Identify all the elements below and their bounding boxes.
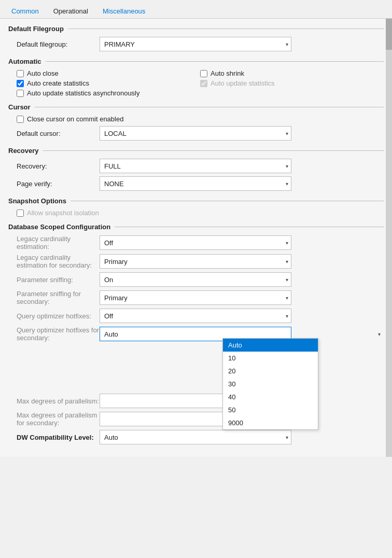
section-title-snapshot: Snapshot Options: [8, 197, 66, 205]
scrollbar-thumb[interactable]: [386, 19, 392, 50]
query-optimizer-select[interactable]: OffOnPrimary: [100, 309, 291, 323]
tab-operational[interactable]: Operational: [46, 4, 95, 18]
section-header-snapshot: Snapshot Options: [8, 197, 384, 205]
section-cursor: Cursor Close cursor on commit enabled De…: [8, 103, 384, 141]
allow-snapshot-checkbox[interactable]: [17, 210, 24, 217]
page-verify-select[interactable]: NONE CHECKSUM TORN_PAGE_DETECTION: [100, 176, 291, 191]
default-cursor-label: Default cursor:: [17, 130, 100, 137]
auto-update-stats-checkbox: [200, 80, 207, 87]
dropdown-item-30[interactable]: 30: [223, 378, 318, 390]
recovery-row: Recovery: FULL SIMPLE BULK_LOGGED ▾: [8, 159, 384, 173]
default-cursor-select[interactable]: LOCAL GLOBAL: [100, 126, 291, 141]
main-content: Default Filegroup Default filegroup: PRI…: [0, 19, 392, 457]
chevron-down-icon: ▾: [378, 331, 381, 337]
auto-update-stats-label: Auto update statistics: [211, 79, 275, 87]
default-filegroup-row: Default filegroup: PRIMARY ▾: [8, 37, 384, 51]
close-cursor-label: Close cursor on commit enabled: [27, 115, 123, 123]
section-divider: [115, 227, 384, 227]
legacy-cardinality-select-wrapper: OffOnPrimary ▾: [100, 235, 291, 250]
section-default-filegroup: Default Filegroup Default filegroup: PRI…: [8, 25, 384, 51]
auto-shrink-checkbox[interactable]: [200, 70, 207, 77]
default-filegroup-select-wrapper: PRIMARY ▾: [100, 37, 291, 51]
recovery-select-wrapper: FULL SIMPLE BULK_LOGGED ▾: [100, 159, 291, 173]
section-automatic: Automatic Auto close Auto shrink Auto cr…: [8, 58, 384, 97]
query-optimizer-label: Query optimizer hotfixes:: [17, 312, 100, 320]
section-title-cursor: Cursor: [8, 103, 31, 111]
checkbox-auto-shrink: Auto shrink: [200, 69, 384, 77]
recovery-label: Recovery:: [17, 162, 100, 170]
default-cursor-row: Default cursor: LOCAL GLOBAL ▾: [8, 126, 384, 141]
checkbox-auto-update-async-row: Auto update statistics asynchronously: [8, 89, 384, 97]
section-divider: [68, 29, 384, 29]
parameter-sniffing-row: Parameter sniffing: OnOffPrimary ▾: [8, 272, 384, 287]
legacy-cardinality-label: Legacy cardinality estimation:: [17, 235, 100, 250]
legacy-cardinality-secondary-select-wrapper: PrimaryOffOn ▾: [100, 254, 291, 269]
default-cursor-select-wrapper: LOCAL GLOBAL ▾: [100, 126, 291, 141]
section-snapshot-options: Snapshot Options Allow snapshot isolatio…: [8, 197, 384, 217]
query-optimizer-select-wrapper: OffOnPrimary ▾: [100, 309, 291, 323]
section-title-db-scoped: Database Scoped Configuration: [8, 223, 110, 231]
allow-snapshot-label: Allow snapshot isolation: [27, 209, 99, 217]
scrollbar[interactable]: [386, 19, 392, 457]
tab-miscellaneous[interactable]: Miscellaneous: [95, 4, 152, 18]
checkbox-auto-update-stats: Auto update statistics: [200, 79, 384, 87]
tab-bar: Common Operational Miscellaneous: [0, 0, 392, 19]
query-optimizer-row: Query optimizer hotfixes: OffOnPrimary ▾: [8, 309, 384, 323]
page-verify-label: Page verify:: [17, 180, 100, 188]
max-dop-secondary-label: Max degrees of parallelism for secondary…: [17, 411, 100, 427]
auto-shrink-label: Auto shrink: [211, 69, 244, 77]
auto-update-async-checkbox[interactable]: [17, 90, 24, 97]
tab-common[interactable]: Common: [4, 4, 46, 18]
legacy-cardinality-secondary-row: Legacy cardinality estimation for second…: [8, 254, 384, 269]
dropdown-item-20[interactable]: 20: [223, 365, 318, 378]
auto-update-async-label: Auto update statistics asynchronously: [27, 89, 140, 97]
dw-compat-select-wrapper: Auto ▾: [100, 430, 291, 444]
default-filegroup-select[interactable]: PRIMARY: [100, 37, 291, 51]
section-header-db-scoped: Database Scoped Configuration: [8, 223, 384, 231]
close-cursor-row: Close cursor on commit enabled: [8, 115, 384, 123]
auto-create-stats-label: Auto create statistics: [27, 79, 89, 87]
dropdown-item-auto[interactable]: Auto: [223, 339, 318, 352]
section-divider: [46, 61, 384, 62]
section-divider: [71, 201, 384, 201]
parameter-sniffing-select[interactable]: OnOffPrimary: [100, 272, 291, 287]
section-header-cursor: Cursor: [8, 103, 384, 111]
dropdown-item-40[interactable]: 40: [223, 390, 318, 403]
legacy-cardinality-row: Legacy cardinality estimation: OffOnPrim…: [8, 235, 384, 250]
dw-compat-select[interactable]: Auto: [100, 430, 291, 444]
section-divider: [43, 150, 384, 151]
close-cursor-checkbox[interactable]: [17, 116, 24, 123]
legacy-cardinality-secondary-select[interactable]: PrimaryOffOn: [100, 254, 291, 269]
section-header-automatic: Automatic: [8, 58, 384, 65]
automatic-checkboxes: Auto close Auto shrink Auto create stati…: [8, 69, 384, 87]
legacy-cardinality-select[interactable]: OffOnPrimary: [100, 235, 291, 250]
dropdown-menu: Auto 10 20 30 40 50 9000: [222, 338, 318, 430]
auto-close-label: Auto close: [27, 69, 59, 77]
default-filegroup-label: Default filegroup:: [17, 40, 100, 48]
max-dop-label: Max degrees of parallelism:: [17, 397, 100, 405]
auto-close-checkbox[interactable]: [17, 70, 24, 77]
dropdown-item-10[interactable]: 10: [223, 352, 318, 365]
section-recovery: Recovery Recovery: FULL SIMPLE BULK_LOGG…: [8, 147, 384, 191]
parameter-sniffing-label: Parameter sniffing:: [17, 276, 100, 284]
query-optimizer-secondary-row: Query optimizer hotfixes for secondary: …: [8, 326, 384, 342]
dropdown-item-9000[interactable]: 9000: [223, 416, 318, 429]
recovery-select[interactable]: FULL SIMPLE BULK_LOGGED: [100, 159, 291, 173]
checkbox-auto-close: Auto close: [17, 69, 200, 77]
allow-snapshot-row: Allow snapshot isolation: [8, 209, 384, 217]
section-title-automatic: Automatic: [8, 58, 41, 65]
max-dop-row: Max degrees of parallelism: ▾: [8, 394, 384, 408]
section-header-recovery: Recovery: [8, 147, 384, 155]
parameter-sniffing-secondary-row: Parameter sniffing for secondary: Primar…: [8, 290, 384, 305]
parameter-sniffing-secondary-select-wrapper: PrimaryOffOn ▾: [100, 290, 291, 305]
dw-compat-label: DW Compatibility Level:: [17, 434, 100, 441]
dw-compat-row: DW Compatibility Level: Auto ▾: [8, 430, 384, 444]
dropdown-item-50[interactable]: 50: [223, 403, 318, 416]
parameter-sniffing-secondary-select[interactable]: PrimaryOffOn: [100, 290, 291, 305]
section-title-recovery: Recovery: [8, 147, 39, 155]
section-divider: [35, 107, 384, 107]
section-db-scoped-config: Database Scoped Configuration Legacy car…: [8, 223, 384, 444]
auto-create-stats-checkbox[interactable]: [17, 80, 24, 87]
checkbox-auto-create-stats: Auto create statistics: [17, 79, 200, 87]
section-header-default-filegroup: Default Filegroup: [8, 25, 384, 33]
